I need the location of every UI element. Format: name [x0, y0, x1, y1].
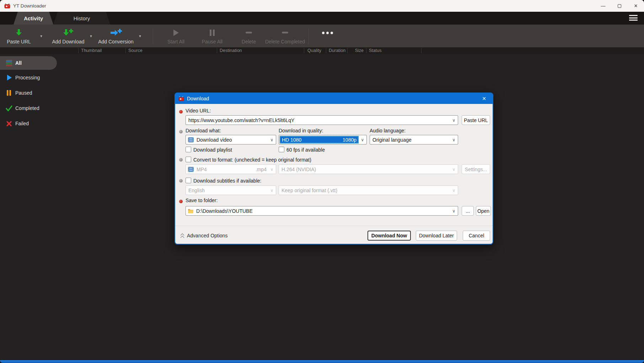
chevron-down-icon[interactable]: ∨	[268, 167, 276, 172]
fps-checkbox[interactable]	[279, 147, 284, 152]
delete-button[interactable]: Delete	[233, 27, 264, 46]
delete-label: Delete	[233, 39, 264, 44]
minimize-icon: —	[601, 3, 606, 9]
download-what-label: Download what:	[186, 128, 221, 133]
codec-value: H.264 (NVIDIA)	[279, 167, 450, 172]
save-folder-label: Save to folder:	[186, 198, 218, 203]
quality-badge: 1080p	[343, 137, 356, 143]
settings-button[interactable]: Settings...	[462, 164, 490, 174]
add-conversion-button[interactable]: Add Conversion	[96, 27, 136, 46]
chevron-down-icon[interactable]: ∨	[450, 209, 458, 214]
column-divider	[304, 48, 304, 53]
download-now-button[interactable]: Download Now	[367, 231, 411, 241]
video-url-value: https://www.youtube.com/watch?v=nELk5lt6…	[186, 117, 450, 123]
column-quality[interactable]: Quality	[307, 48, 321, 53]
app-window: YT Downloader — ✕ Activity History Paste…	[0, 0, 644, 363]
add-download-button[interactable]: Add Download	[49, 27, 87, 46]
more-icon	[322, 32, 333, 34]
minimize-button[interactable]: —	[595, 0, 611, 12]
chevron-down-icon[interactable]: ∨	[450, 137, 458, 142]
column-destination[interactable]: Destination	[220, 48, 242, 53]
start-all-button[interactable]: Start All	[160, 27, 192, 46]
column-thumbnail[interactable]: Thumbnail	[81, 48, 102, 53]
browse-label: ...	[466, 208, 470, 214]
column-duration[interactable]: Duration	[329, 48, 345, 53]
settings-label: Settings...	[465, 167, 487, 172]
column-size[interactable]: Size	[350, 48, 364, 53]
paste-url-button[interactable]: Paste URL	[3, 27, 35, 46]
codec-combo[interactable]: H.264 (NVIDIA) ∨	[279, 164, 458, 174]
app-tv-icon	[4, 3, 10, 9]
close-button[interactable]: ✕	[628, 0, 644, 12]
chevron-down-icon[interactable]: ∨	[450, 188, 458, 193]
subtitle-language-value: English	[186, 188, 268, 193]
quality-label: Download in quality:	[279, 128, 323, 133]
cancel-label: Cancel	[469, 233, 484, 238]
section-dot-icon	[179, 158, 183, 162]
tab-activity-label: Activity	[24, 15, 43, 21]
add-conversion-label: Add Conversion	[96, 39, 136, 44]
sidebar-item-completed[interactable]: Completed	[0, 101, 57, 115]
convert-checkbox[interactable]	[186, 157, 191, 162]
more-button[interactable]	[315, 27, 340, 46]
format-value: MP4	[194, 167, 254, 172]
pause-all-button[interactable]: Pause All	[196, 27, 228, 46]
sidebar-item-label: Completed	[15, 105, 39, 111]
maximize-button[interactable]	[611, 0, 628, 12]
video-url-combo[interactable]: https://www.youtube.com/watch?v=nELk5lt6…	[186, 115, 458, 125]
download-later-label: Download Later	[419, 233, 454, 238]
audio-language-label: Audio language:	[370, 128, 406, 133]
paste-url-dropdown-icon[interactable]: ▾	[38, 34, 45, 38]
sidebar-item-processing[interactable]: Processing	[0, 71, 57, 84]
window-title: YT Downloader	[13, 3, 46, 9]
browse-button[interactable]: ...	[462, 206, 474, 216]
chevron-down-icon[interactable]: ∨	[268, 188, 276, 193]
subtitle-language-combo[interactable]: English ∨	[186, 185, 276, 195]
download-dialog: Download ✕ Video URL: https://www.youtub…	[175, 93, 493, 244]
column-divider	[78, 48, 79, 53]
tab-activity[interactable]: Activity	[14, 12, 53, 25]
chevron-down-icon[interactable]: ∨	[359, 137, 366, 142]
paste-url-dialog-button[interactable]: Paste URL	[462, 115, 490, 125]
save-folder-combo[interactable]: D:\Downloads\YOUTUBE ∨	[186, 206, 458, 216]
start-all-icon	[160, 27, 192, 38]
format-combo[interactable]: MP4 .mp4 ∨	[186, 164, 276, 174]
chevron-down-icon[interactable]: ∨	[450, 167, 458, 172]
pause-all-icon	[196, 27, 228, 38]
tab-history[interactable]: History	[53, 12, 110, 25]
menu-hamburger-icon[interactable]	[629, 15, 638, 21]
delete-icon	[233, 27, 264, 38]
column-status[interactable]: Status	[369, 48, 381, 53]
delete-completed-label: Delete Completed	[264, 39, 306, 44]
sidebar-item-all[interactable]: All	[0, 56, 57, 70]
failed-x-icon	[5, 121, 13, 127]
chevron-down-icon[interactable]: ∨	[450, 118, 458, 123]
delete-completed-button[interactable]: Delete Completed	[264, 27, 306, 46]
sidebar-item-label: Processing	[15, 75, 40, 80]
download-playlist-checkbox[interactable]	[186, 147, 191, 152]
add-download-dropdown-icon[interactable]: ▾	[87, 34, 95, 38]
add-download-label: Add Download	[49, 39, 87, 44]
dialog-tv-icon	[178, 96, 184, 101]
column-source[interactable]: Source	[128, 48, 143, 53]
advanced-options-toggle[interactable]: Advanced Options	[187, 233, 227, 238]
sidebar-item-label: All	[15, 60, 22, 66]
sidebar-item-paused[interactable]: Paused	[0, 86, 57, 100]
subtitles-checkbox[interactable]	[186, 178, 191, 183]
required-dot-icon	[179, 200, 183, 203]
dialog-close-button[interactable]: ✕	[480, 95, 488, 102]
close-icon: ✕	[634, 3, 638, 9]
quality-combo[interactable]: HD 1080 1080p ∨	[279, 135, 367, 144]
subtitle-format-combo[interactable]: Keep original format (.vtt) ∨	[279, 185, 458, 195]
chevron-down-icon[interactable]: ∨	[268, 137, 276, 142]
add-download-icon	[49, 27, 87, 38]
audio-language-combo[interactable]: Original language ∨	[370, 135, 458, 144]
download-later-button[interactable]: Download Later	[416, 231, 457, 241]
column-divider	[125, 48, 126, 53]
cancel-button[interactable]: Cancel	[463, 231, 490, 241]
open-button[interactable]: Open	[476, 206, 491, 216]
sidebar-item-failed[interactable]: Failed	[0, 117, 57, 130]
add-conversion-dropdown-icon[interactable]: ▾	[136, 34, 144, 38]
required-dot-icon	[179, 110, 183, 114]
download-what-combo[interactable]: Download video ∨	[186, 135, 276, 144]
